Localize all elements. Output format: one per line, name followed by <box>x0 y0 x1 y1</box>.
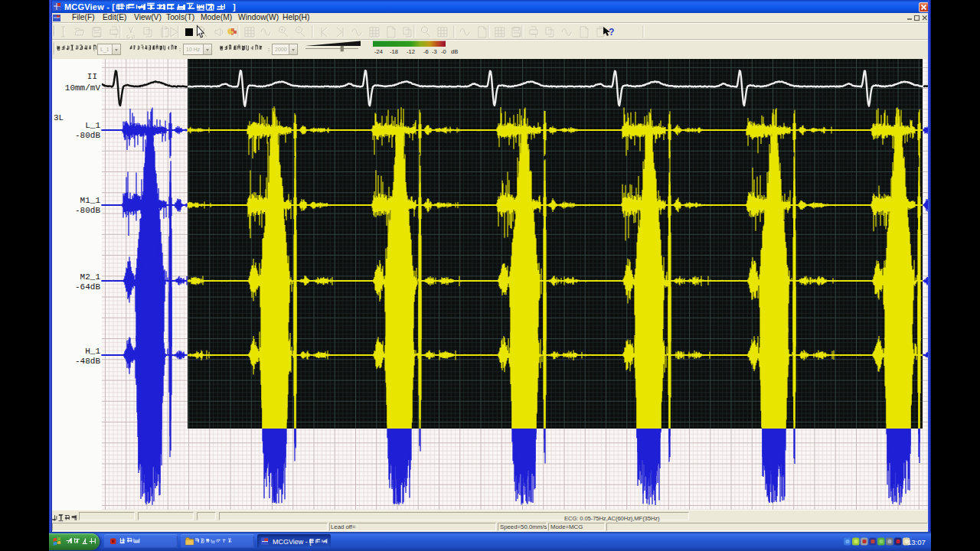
svg-text:-0: -0 <box>441 48 446 55</box>
svg-text:dB: dB <box>451 48 458 55</box>
svg-text:]: ] <box>233 2 236 11</box>
svg-text:?: ? <box>609 27 614 37</box>
svg-text:-18: -18 <box>390 48 398 55</box>
svg-text:ECG: 0.05-75Hz,AC(60Hz),MF(35H: ECG: 0.05-75Hz,AC(60Hz),MF(35Hz) <box>564 515 660 522</box>
svg-text:Mode=MCG: Mode=MCG <box>550 523 583 530</box>
svg-text:-24: -24 <box>374 48 383 55</box>
svg-text::: : <box>179 47 181 52</box>
svg-text:Lead off=: Lead off= <box>331 523 356 530</box>
svg-text:MCGView - [: MCGView - [ <box>273 538 312 546</box>
svg-text:-12: -12 <box>407 48 415 55</box>
svg-text:13:07: 13:07 <box>907 538 926 546</box>
svg-text:-3: -3 <box>432 48 437 55</box>
svg-text::: : <box>93 47 95 52</box>
svg-text::: : <box>268 47 270 52</box>
svg-text:Speed=50.0mm/s: Speed=50.0mm/s <box>500 523 547 530</box>
svg-text:-6: -6 <box>423 48 429 55</box>
